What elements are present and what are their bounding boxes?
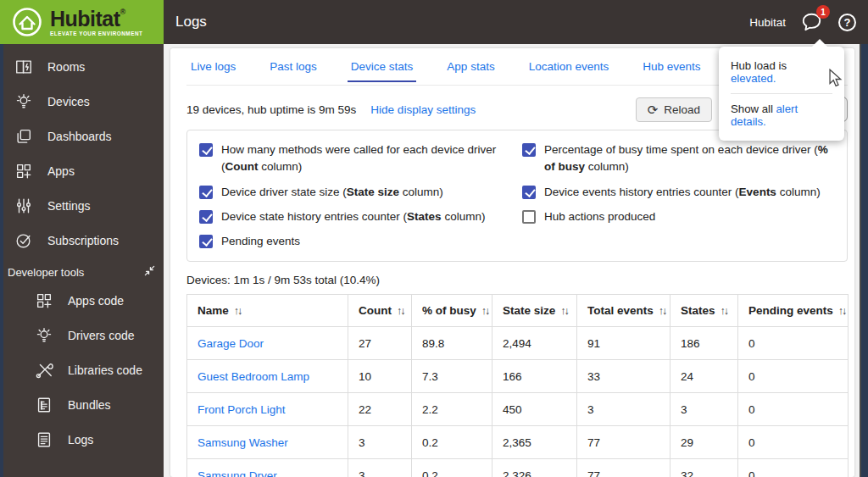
sidebar-item-devices[interactable]: Devices (3, 84, 164, 119)
sort-icon[interactable]: ↑↓ (560, 305, 568, 317)
checkbox-busy-column[interactable]: Percentage of busy time spent on each de… (522, 141, 835, 176)
column-header-name[interactable]: Name↑↓ (187, 295, 348, 327)
checkbox-label: Hub actions produced (544, 208, 655, 225)
sidebar-item-label: Drivers code (68, 329, 135, 342)
elevated-link[interactable]: elevated. (731, 72, 776, 85)
bulb-icon (14, 92, 34, 112)
topbar: Hubitat® ELEVATE YOUR ENVIRONMENT Logs H… (0, 0, 868, 44)
collapse-icon[interactable] (144, 265, 155, 279)
checkbox-pending-events[interactable]: Pending events (199, 233, 512, 250)
hubitat-logo[interactable]: Hubitat® ELEVATE YOUR ENVIRONMENT (0, 0, 164, 44)
sort-icon[interactable]: ↑↓ (397, 305, 404, 317)
window-scrollbar[interactable] (860, 44, 868, 477)
cell-state-size: 2,365 (492, 426, 577, 459)
checkbox-events-column[interactable]: Device events history entries counter (E… (522, 184, 835, 201)
apps-code-icon (34, 291, 54, 311)
developer-tools-label: Developer tools (8, 266, 84, 279)
sidebar-item-apps[interactable]: Apps (3, 153, 164, 188)
table-row: Guest Bedroom Lamp 10 7.3 166 33 24 0 (187, 360, 849, 393)
sort-icon[interactable]: ↑↓ (659, 305, 666, 317)
sidebar-item-logs[interactable]: Logs (3, 422, 164, 457)
tab-hub-events[interactable]: Hub events (626, 48, 717, 85)
checkbox-hub-actions[interactable]: Hub actions produced (522, 208, 835, 225)
checkbox-icon[interactable] (522, 186, 536, 199)
brand-name: Hubitat (50, 7, 120, 31)
account-label[interactable]: Hubitat (749, 16, 786, 29)
sidebar-item-label: Logs (68, 433, 93, 446)
tab-app-stats[interactable]: App stats (430, 48, 511, 85)
device-link[interactable]: Samsung Washer (198, 436, 288, 449)
sidebar-item-label: Devices (47, 95, 90, 108)
registered-mark: ® (120, 8, 125, 16)
brand-tagline: ELEVATE YOUR ENVIRONMENT (50, 31, 142, 36)
sort-icon[interactable]: ↑↓ (838, 305, 846, 317)
sort-icon[interactable]: ↑↓ (234, 305, 242, 317)
reload-button[interactable]: ⟳ Reload (636, 97, 712, 122)
cell-count: 3 (348, 426, 412, 459)
rooms-icon (14, 57, 34, 77)
checkbox-states-column[interactable]: Device state history entries counter (St… (199, 208, 512, 225)
checkbox-icon[interactable] (199, 210, 213, 224)
notification-badge: 1 (816, 5, 830, 19)
checkbox-icon[interactable] (522, 143, 536, 157)
sidebar-item-dashboards[interactable]: Dashboards (3, 119, 164, 153)
checkbox-icon[interactable] (522, 210, 536, 224)
cell-busy: 89.8 (412, 327, 492, 360)
checkbox-count-column[interactable]: How many methods were called for each de… (199, 141, 512, 176)
device-link[interactable]: Garage Door (198, 337, 264, 350)
cell-total-events: 77 (577, 459, 670, 477)
sidebar-item-drivers-code[interactable]: Drivers code (3, 318, 164, 352)
bulb-icon (34, 325, 54, 346)
checkbox-state-size-column[interactable]: Device driver state size (State size col… (199, 184, 512, 201)
tab-device-stats[interactable]: Device stats (334, 48, 431, 85)
cell-count: 3 (348, 459, 412, 477)
cell-pending: 0 (738, 459, 849, 477)
tab-live-logs[interactable]: Live logs (186, 48, 253, 85)
checkbox-label: Device driver state size (State size col… (221, 184, 443, 201)
sort-icon[interactable]: ↑↓ (721, 305, 728, 317)
column-header-states[interactable]: States↑↓ (670, 295, 738, 327)
device-link[interactable]: Guest Bedroom Lamp (198, 370, 309, 383)
cell-busy: 0.2 (412, 426, 492, 459)
cell-total-events: 33 (577, 360, 670, 393)
sidebar-item-label: Bundles (68, 398, 111, 412)
device-link[interactable]: Samsung Dryer (198, 469, 277, 477)
table-row: Samsung Washer 3 0.2 2,365 77 29 0 (187, 426, 849, 459)
checkbox-icon[interactable] (199, 186, 213, 199)
sidebar-item-subscriptions[interactable]: Subscriptions (3, 223, 164, 258)
devices-busy-summary: Devices: 1m 1s / 9m 53s total (10.4%) (186, 274, 848, 286)
sidebar-item-libraries-code[interactable]: Libraries code (3, 352, 164, 387)
column-header-pending-events[interactable]: Pending events↑↓ (738, 295, 849, 327)
cell-state-size: 2,326 (492, 459, 577, 477)
sidebar-item-settings[interactable]: Settings (3, 188, 164, 223)
device-uptime-summary: 19 devices, hub uptime is 9m 59s (186, 103, 356, 116)
tab-past-logs[interactable]: Past logs (253, 48, 334, 85)
tab-location-events[interactable]: Location events (512, 48, 626, 85)
hub-load-message: Hub load is elevated. (731, 55, 832, 93)
tools-icon (34, 360, 54, 380)
column-header-count[interactable]: Count↑↓ (348, 295, 412, 327)
sidebar-item-apps-code[interactable]: Apps code (3, 283, 164, 318)
check-circle-icon (14, 230, 34, 251)
cell-states: 3 (670, 393, 738, 426)
hide-display-settings-link[interactable]: Hide display settings (370, 103, 476, 116)
developer-tools-section: Developer tools (3, 258, 164, 283)
cell-total-events: 91 (577, 327, 670, 360)
apps-grid-icon (14, 161, 34, 181)
sidebar-item-label: Apps (47, 164, 75, 178)
cell-states: 186 (670, 327, 738, 360)
sidebar-item-rooms[interactable]: Rooms (3, 49, 164, 84)
help-button[interactable]: ? (838, 14, 856, 31)
device-link[interactable]: Front Porch Light (198, 403, 286, 416)
checkbox-label: Percentage of busy time spent on each de… (544, 141, 835, 176)
column-header-busy[interactable]: % of busy↑↓ (412, 295, 492, 327)
column-header-state-size[interactable]: State size↑↓ (492, 295, 577, 327)
notifications-button[interactable]: 1 (800, 11, 824, 33)
checkbox-icon[interactable] (199, 143, 213, 157)
checkbox-label: How many methods were called for each de… (221, 141, 512, 176)
checkbox-icon[interactable] (199, 235, 213, 248)
sidebar-item-bundles[interactable]: Bundles (3, 387, 164, 422)
sort-icon[interactable]: ↑↓ (481, 305, 489, 317)
column-header-total-events[interactable]: Total events↑↓ (577, 295, 670, 327)
display-settings-panel: How many methods were called for each de… (186, 130, 848, 262)
